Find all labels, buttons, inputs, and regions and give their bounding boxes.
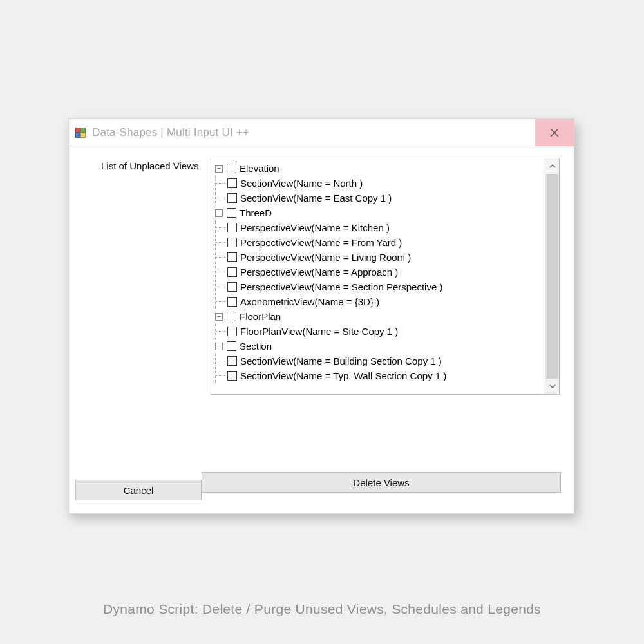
tree-item: PerspectiveView(Name = Section Perspecti… [216, 279, 542, 294]
tree-item: SectionView(Name = North ) [216, 176, 542, 191]
app-icon [75, 128, 86, 138]
item-checkbox[interactable] [227, 267, 237, 277]
chevron-up-icon [549, 163, 556, 169]
tree-item-label: PerspectiveView(Name = Kitchen ) [240, 221, 390, 235]
tree-group-label: Elevation [239, 162, 279, 176]
chevron-down-icon [549, 383, 556, 390]
close-icon [550, 128, 559, 137]
tree-group-row[interactable]: −Section [215, 339, 542, 354]
page-caption: Dynamo Script: Delete / Purge Unused Vie… [0, 601, 644, 617]
tree-item: SectionView(Name = East Copy 1 ) [216, 191, 542, 205]
window-title: Data-Shapes | Multi Input UI ++ [92, 126, 249, 139]
scrollbar-thumb[interactable] [547, 174, 558, 379]
group-checkbox[interactable] [227, 208, 236, 218]
titlebar: Data-Shapes | Multi Input UI ++ [69, 119, 574, 146]
tree-item-label: SectionView(Name = Building Section Copy… [240, 354, 442, 368]
button-row: Cancel Delete Views [78, 467, 565, 502]
tree-group-label: ThreeD [239, 206, 272, 220]
close-button[interactable] [535, 119, 574, 146]
tree-item: PerspectiveView(Name = Kitchen ) [216, 220, 542, 235]
item-checkbox[interactable] [227, 282, 237, 292]
scroll-down-button[interactable] [545, 379, 559, 394]
tree-item-label: PerspectiveView(Name = From Yard ) [240, 236, 402, 250]
tree-item-label: SectionView(Name = North ) [240, 176, 363, 191]
vertical-scrollbar[interactable] [545, 158, 559, 394]
tree-group: −FloorPlanFloorPlanView(Name = Site Copy… [215, 309, 542, 339]
tree-item-label: FloorPlanView(Name = Site Copy 1 ) [240, 325, 398, 339]
tree-group-row[interactable]: −Elevation [215, 161, 542, 176]
item-checkbox[interactable] [227, 223, 237, 232]
expander-toggle[interactable]: − [215, 209, 223, 217]
group-checkbox[interactable] [227, 341, 236, 351]
tree-item-row[interactable]: PerspectiveView(Name = From Yard ) [216, 235, 542, 250]
item-checkbox[interactable] [227, 178, 237, 188]
group-checkbox[interactable] [227, 164, 236, 173]
tree-item-row[interactable]: SectionView(Name = North ) [216, 176, 542, 191]
tree-group-label: FloorPlan [239, 310, 281, 324]
tree-group: −ThreeDPerspectiveView(Name = Kitchen )P… [215, 205, 542, 309]
item-checkbox[interactable] [227, 252, 237, 262]
tree-item-row[interactable]: PerspectiveView(Name = Section Perspecti… [216, 279, 542, 294]
scrollbar-track[interactable] [545, 174, 559, 379]
dialog-content: List of Unplaced Views −ElevationSection… [78, 154, 565, 504]
tree-item-label: PerspectiveView(Name = Section Perspecti… [240, 280, 442, 294]
item-checkbox[interactable] [227, 356, 237, 366]
item-checkbox[interactable] [227, 371, 237, 381]
item-checkbox[interactable] [227, 297, 237, 307]
tree-item-label: PerspectiveView(Name = Living Room ) [240, 251, 411, 265]
scroll-up-button[interactable] [545, 158, 559, 174]
tree-view[interactable]: −ElevationSectionView(Name = North )Sect… [211, 158, 545, 394]
item-checkbox[interactable] [227, 193, 237, 203]
group-checkbox[interactable] [227, 312, 236, 321]
tree-item: SectionView(Name = Typ. Wall Section Cop… [216, 368, 542, 383]
tree-item-label: AxonometricView(Name = {3D} ) [240, 295, 379, 309]
item-checkbox[interactable] [227, 327, 237, 336]
tree-item-label: PerspectiveView(Name = Approach ) [240, 265, 398, 279]
tree-panel: −ElevationSectionView(Name = North )Sect… [211, 158, 560, 395]
tree-item-row[interactable]: PerspectiveView(Name = Approach ) [216, 265, 542, 279]
tree-item-row[interactable]: PerspectiveView(Name = Kitchen ) [216, 220, 542, 235]
expander-toggle[interactable]: − [215, 313, 223, 321]
tree-item-label: SectionView(Name = Typ. Wall Section Cop… [240, 369, 446, 383]
tree-item-row[interactable]: SectionView(Name = East Copy 1 ) [216, 191, 542, 205]
tree-group-row[interactable]: −FloorPlan [215, 309, 542, 324]
tree-item: PerspectiveView(Name = Living Room ) [216, 250, 542, 265]
tree-item: PerspectiveView(Name = From Yard ) [216, 235, 542, 250]
tree-item-row[interactable]: AxonometricView(Name = {3D} ) [216, 294, 542, 309]
tree-group-row[interactable]: −ThreeD [215, 205, 542, 220]
tree-item-row[interactable]: FloorPlanView(Name = Site Copy 1 ) [216, 324, 542, 339]
tree-item-label: SectionView(Name = East Copy 1 ) [240, 191, 392, 205]
tree-item-row[interactable]: PerspectiveView(Name = Living Room ) [216, 250, 542, 265]
tree-item: AxonometricView(Name = {3D} ) [216, 294, 542, 309]
dialog-window: Data-Shapes | Multi Input UI ++ List of … [68, 118, 574, 514]
tree-group: −ElevationSectionView(Name = North )Sect… [215, 161, 542, 205]
tree-group-label: Section [239, 339, 272, 354]
tree-item: SectionView(Name = Building Section Copy… [216, 354, 542, 368]
tree-group: −SectionSectionView(Name = Building Sect… [215, 339, 542, 383]
expander-toggle[interactable]: − [215, 343, 223, 350]
cancel-button[interactable]: Cancel [75, 480, 202, 500]
item-checkbox[interactable] [227, 238, 237, 247]
tree-item-row[interactable]: SectionView(Name = Typ. Wall Section Cop… [216, 368, 542, 383]
tree-item: PerspectiveView(Name = Approach ) [216, 265, 542, 279]
tree-item: FloorPlanView(Name = Site Copy 1 ) [216, 324, 542, 339]
delete-views-button[interactable]: Delete Views [202, 472, 561, 493]
field-label: List of Unplaced Views [101, 160, 198, 171]
expander-toggle[interactable]: − [215, 165, 223, 173]
tree-item-row[interactable]: SectionView(Name = Building Section Copy… [216, 354, 542, 368]
